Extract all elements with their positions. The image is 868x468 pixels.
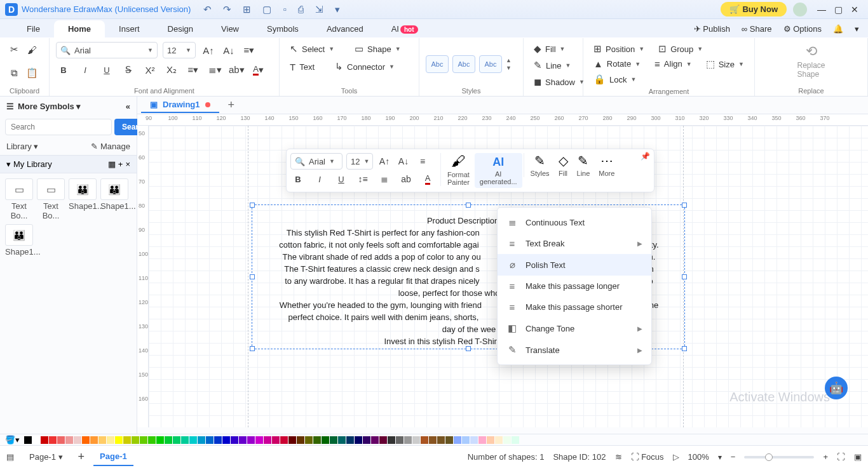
color-swatch[interactable] bbox=[239, 436, 247, 444]
float-italic-icon[interactable]: I bbox=[312, 172, 327, 186]
publish-link[interactable]: ✈ Publish bbox=[694, 24, 730, 34]
shadow-menu[interactable]: ◼Shadow▼ bbox=[530, 75, 588, 89]
tab-design[interactable]: Design bbox=[154, 20, 207, 37]
chevron-down-icon[interactable]: ▾ bbox=[6, 159, 11, 169]
color-swatch[interactable] bbox=[297, 436, 304, 444]
color-swatch[interactable] bbox=[363, 436, 370, 444]
notifications-icon[interactable]: 🔔 bbox=[833, 24, 843, 34]
hamburger-icon[interactable]: ☰ bbox=[6, 102, 14, 111]
library-thumb[interactable]: 👪Shape1... bbox=[100, 178, 128, 220]
tab-insert[interactable]: Insert bbox=[105, 20, 154, 37]
color-swatch[interactable] bbox=[206, 436, 214, 444]
style-down-icon[interactable]: ▼ bbox=[506, 65, 512, 71]
zoom-value[interactable]: 100% bbox=[688, 452, 709, 462]
page-list-icon[interactable]: ▤ bbox=[6, 452, 14, 462]
tab-file[interactable]: File bbox=[13, 20, 54, 37]
increase-font-icon[interactable]: A↑ bbox=[201, 43, 216, 58]
float-styles[interactable]: ✎Styles bbox=[524, 153, 553, 177]
underline-icon[interactable]: U bbox=[99, 62, 114, 77]
lib-grid-icon[interactable]: ▦ bbox=[108, 159, 116, 169]
minimize-button[interactable]: — bbox=[813, 4, 830, 15]
italic-icon[interactable]: I bbox=[78, 62, 93, 77]
symbol-search-input[interactable] bbox=[5, 119, 112, 135]
color-swatch[interactable] bbox=[107, 436, 114, 444]
paste-icon[interactable]: 📋 bbox=[24, 65, 39, 81]
float-line[interactable]: ✎Line bbox=[573, 153, 594, 177]
fill-bucket-icon[interactable]: 🪣▾ bbox=[5, 435, 20, 445]
tab-home[interactable]: Home bbox=[54, 20, 105, 37]
superscript-icon[interactable]: X² bbox=[142, 62, 158, 77]
tab-advanced[interactable]: Advanced bbox=[313, 20, 377, 37]
color-swatch[interactable] bbox=[404, 436, 412, 444]
float-inc-font-icon[interactable]: A↑ bbox=[377, 154, 392, 168]
color-swatch[interactable] bbox=[247, 436, 255, 444]
color-swatch[interactable] bbox=[478, 436, 486, 444]
font-family-select[interactable]: 🔍Arial▼ bbox=[56, 42, 158, 58]
color-swatch[interactable] bbox=[57, 436, 65, 444]
float-bold-icon[interactable]: B bbox=[290, 172, 306, 186]
size-menu[interactable]: ⬚Size▼ bbox=[702, 57, 748, 71]
color-swatch[interactable] bbox=[371, 436, 379, 444]
float-bullets-icon[interactable]: ≣ bbox=[377, 172, 392, 186]
collapse-sidebar-icon[interactable]: « bbox=[126, 102, 130, 111]
menu-item-text-break[interactable]: ≡Text Break▶ bbox=[498, 233, 651, 254]
user-avatar[interactable] bbox=[793, 3, 807, 17]
zoom-out-icon[interactable]: − bbox=[731, 452, 736, 462]
color-swatch[interactable] bbox=[189, 436, 197, 444]
float-highlight-icon[interactable]: ab bbox=[398, 172, 414, 186]
color-swatch[interactable] bbox=[445, 436, 453, 444]
color-swatch[interactable] bbox=[454, 436, 461, 444]
menu-item-make-this-passage-shorter[interactable]: ≡Make this passage shorter bbox=[498, 297, 651, 318]
library-thumb[interactable]: ▭Text Bo... bbox=[37, 178, 65, 220]
color-swatch[interactable] bbox=[305, 436, 313, 444]
presentation-icon[interactable]: ▷ bbox=[673, 452, 679, 462]
export-icon[interactable]: ⇲ bbox=[315, 4, 323, 15]
connector-tool[interactable]: ↳Connector▼ bbox=[331, 60, 398, 74]
copy-icon[interactable]: ⧉ bbox=[6, 65, 22, 81]
float-dec-font-icon[interactable]: A↓ bbox=[396, 154, 411, 168]
color-swatch[interactable] bbox=[462, 436, 470, 444]
maximize-button[interactable]: ▢ bbox=[830, 4, 846, 15]
color-swatch[interactable] bbox=[49, 436, 57, 444]
shape-tool[interactable]: ▭Shape▼ bbox=[351, 42, 405, 56]
tab-ai[interactable]: AIhot bbox=[377, 20, 432, 37]
undo-icon[interactable]: ↶ bbox=[203, 4, 212, 15]
float-format-painter[interactable]: 🖌Format Painter bbox=[440, 153, 473, 186]
color-swatch[interactable] bbox=[272, 436, 280, 444]
my-library-label[interactable]: My Library bbox=[13, 159, 52, 169]
style-preset-3[interactable]: Abc bbox=[479, 55, 502, 73]
font-color-icon[interactable]: A▾ bbox=[251, 62, 266, 77]
fill-menu[interactable]: ◆Fill▼ bbox=[530, 42, 569, 56]
color-swatch[interactable] bbox=[487, 436, 494, 444]
float-font-select[interactable]: 🔍Arial▼ bbox=[290, 153, 342, 170]
close-button[interactable]: ✕ bbox=[846, 4, 863, 15]
menu-item-translate[interactable]: ✎Translate▶ bbox=[498, 339, 651, 361]
menu-item-polish-text[interactable]: ⌀Polish Text bbox=[498, 254, 651, 276]
style-preset-1[interactable]: Abc bbox=[426, 55, 449, 73]
color-swatch[interactable] bbox=[338, 436, 346, 444]
lib-close-icon[interactable]: × bbox=[125, 159, 130, 169]
library-thumb[interactable]: 👪Shape1... bbox=[5, 224, 33, 257]
rotate-menu[interactable]: ▲Rotate▼ bbox=[590, 57, 644, 70]
page-tab[interactable]: Page-1 bbox=[93, 448, 133, 466]
color-swatch[interactable] bbox=[495, 436, 503, 444]
color-swatch[interactable] bbox=[90, 436, 98, 444]
color-swatch[interactable] bbox=[181, 436, 189, 444]
subscript-icon[interactable]: X₂ bbox=[164, 62, 179, 77]
menu-item-make-this-passage-longer[interactable]: ≡Make this passage longer bbox=[498, 276, 651, 297]
cut-icon[interactable]: ✂ bbox=[6, 42, 22, 57]
float-align-icon[interactable]: ≡ bbox=[415, 154, 430, 168]
group-menu[interactable]: ⊡Group▼ bbox=[654, 42, 707, 56]
color-swatch[interactable] bbox=[198, 436, 205, 444]
tab-symbols[interactable]: Symbols bbox=[253, 20, 313, 37]
float-ai-generated[interactable]: AIAI generated... bbox=[475, 153, 522, 188]
style-preset-2[interactable]: Abc bbox=[452, 55, 475, 73]
color-swatch[interactable] bbox=[74, 436, 81, 444]
pin-icon[interactable]: 📌 bbox=[641, 152, 650, 161]
position-menu[interactable]: ⊞Position▼ bbox=[590, 42, 648, 56]
float-fill[interactable]: ◇Fill bbox=[555, 153, 572, 177]
replace-shape-button[interactable]: ⟲ Replace Shape bbox=[793, 42, 829, 80]
color-swatch[interactable] bbox=[512, 436, 519, 444]
color-swatch[interactable] bbox=[388, 436, 395, 444]
zoom-slider[interactable] bbox=[744, 456, 814, 458]
